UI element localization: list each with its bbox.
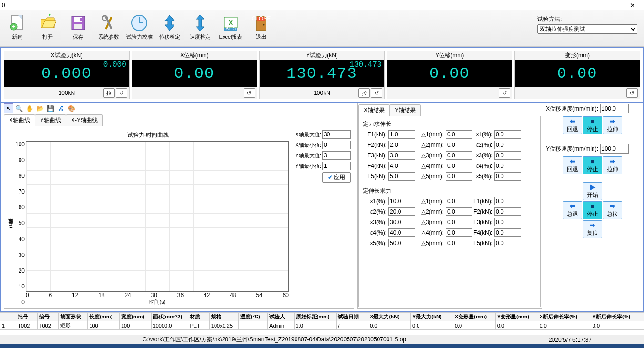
status-bar: G:\work\工作区\工作区\方案\hk\2019\兰州\SmartTest_… [0,335,644,344]
svg-text:XLS: XLS [225,25,236,31]
x-stop-button[interactable]: ■停止 [583,116,602,134]
calibforce-button[interactable]: 试验力校准 [125,12,153,45]
zoom-icon[interactable]: 🔍 [14,103,24,113]
x-fwd-button[interactable]: ➡拉伸 [603,116,622,134]
f2-input[interactable] [388,141,415,149]
allstop-button[interactable]: ■停止 [583,201,602,219]
xspeed-input[interactable] [600,104,629,113]
status-time: 2020/5/7 6:17:37 [549,337,644,343]
ymax-input[interactable] [322,151,351,160]
excel-button[interactable]: XXLS Excel报表 [216,12,245,45]
status-path: G:\work\工作区\工作区\方案\hk\2019\兰州\SmartTest_… [0,336,549,344]
sectA-title: 定力求伸长 [363,120,536,128]
door-icon: CLOSE [251,12,272,33]
new-icon: + [7,12,28,33]
f3-input[interactable] [388,151,415,160]
tools-icon [98,12,119,33]
f1-input[interactable] [388,130,415,139]
palette-icon[interactable]: 🎨 [67,103,76,113]
allback-button[interactable]: ⬅总退 [563,201,582,219]
xspeed-label: X位移速度(mm/min): [546,105,598,113]
table-header: 批号编号截面形状长度(mm)宽度(mm)面积(mm^2)材质规格温度(°C)试验… [0,313,644,321]
start-button[interactable]: ▶开始 [583,182,602,200]
y-fwd-button[interactable]: ➡拉伸 [603,156,622,174]
tab-yresult[interactable]: Y轴结果 [389,104,421,116]
sysparam-button[interactable]: 系统参数 [94,12,123,45]
y-stop-button[interactable]: ■停止 [583,156,602,174]
calibdisp-button[interactable]: 位移检定 [155,12,184,45]
xforce-mode-button[interactable]: 拉 [103,88,115,98]
f2b-input[interactable] [494,207,521,216]
open-icon [37,12,58,33]
e2a-input[interactable] [494,141,521,149]
e4b-input[interactable] [388,228,415,237]
close-icon[interactable]: ✕ [623,1,642,9]
svg-text:+: + [12,23,15,30]
yspeed-label: Y位移速度(mm/min): [546,145,598,153]
e3a-input[interactable] [494,151,521,160]
f3b-input[interactable] [494,218,521,226]
apply-button[interactable]: ✔应用 [322,172,351,183]
svg-text:CLOSE: CLOSE [252,15,271,22]
svg-point-25 [263,24,265,26]
ymin-input[interactable] [322,162,351,170]
save-chart-icon[interactable]: 💾 [46,103,55,113]
xmin-input[interactable] [322,141,351,149]
yforce-mode-button[interactable]: 拉 [358,88,370,98]
pointer-icon[interactable]: ↖ [4,103,13,113]
e1a-input[interactable] [494,130,521,139]
x-ticks: 06121824303642485460 [26,292,289,298]
readout-xdisp: X位移(mm) 0.00 ↺ [132,51,257,99]
xmax-input[interactable] [322,130,351,139]
ydisp-reset-button[interactable]: ↺ [499,88,510,98]
method-label: 试验方法: [537,15,637,23]
method-select[interactable]: 双轴拉伸强度测试 [537,24,637,34]
svg-rect-9 [80,18,82,21]
tab-xycurve[interactable]: X-Y轴曲线 [66,114,103,126]
readout-xforce: X试验力(kN) 0.0000.000 100kN拉↺ [4,51,130,99]
updown-icon [159,12,180,33]
taskbar-sliver [0,344,644,348]
calibspeed-button[interactable]: 速度检定 [186,12,215,45]
new-button[interactable]: + 新建 [3,12,31,45]
f5-input[interactable] [388,172,415,181]
svg-marker-16 [165,15,174,31]
tab-ycurve[interactable]: Y轴曲线 [35,114,66,126]
reset-button[interactable]: ➡复位 [583,220,602,238]
tab-xresult[interactable]: X轴结果 [358,104,390,116]
chart-title: 试验力-时间曲线 [7,131,289,139]
yforce-reset-button[interactable]: ↺ [371,88,382,98]
readout-yforce: Y试验力(kN) 130.473130.473 100kN拉↺ [259,51,385,99]
save-button[interactable]: 保存 [64,12,92,45]
axis-controls: X轴最大值: X轴最小值: Y轴最大值: Y轴最小值: ✔应用 [292,127,354,308]
deform-reset-button[interactable]: ↺ [626,88,638,98]
xforce-reset-button[interactable]: ↺ [116,88,127,98]
f1b-input[interactable] [494,197,521,205]
f4-input[interactable] [388,162,415,170]
svg-marker-17 [196,15,204,31]
save-icon [68,12,89,33]
e4a-input[interactable] [494,162,521,170]
e3b-input[interactable] [388,218,415,226]
data-table[interactable]: 批号编号截面形状长度(mm)宽度(mm)面积(mm^2)材质规格温度(°C)试验… [0,312,644,335]
folder-icon[interactable]: 📂 [35,103,45,113]
table-row[interactable]: 1T002T002矩形10010010000.0PET100x0.25Admin… [0,321,644,330]
e2b-input[interactable] [388,207,415,216]
exit-button[interactable]: CLOSE 退出 [247,12,276,45]
clock-icon [129,12,150,33]
pan-icon[interactable]: ✋ [25,103,34,113]
e5a-input[interactable] [494,172,521,181]
allfwd-button[interactable]: ➡总拉 [603,201,622,219]
e5b-input[interactable] [388,239,415,247]
open-button[interactable]: 打开 [33,12,62,45]
xdisp-reset-button[interactable]: ↺ [244,88,255,98]
x-back-button[interactable]: ⬅回退 [563,116,582,134]
chart-plot[interactable] [26,141,289,292]
e1b-input[interactable] [388,197,415,205]
print-icon[interactable]: 🖨 [56,103,66,113]
f5b-input[interactable] [494,239,521,247]
y-back-button[interactable]: ⬅回退 [563,156,582,174]
f4b-input[interactable] [494,228,521,237]
tab-xcurve[interactable]: X轴曲线 [4,114,35,126]
yspeed-input[interactable] [600,144,629,154]
